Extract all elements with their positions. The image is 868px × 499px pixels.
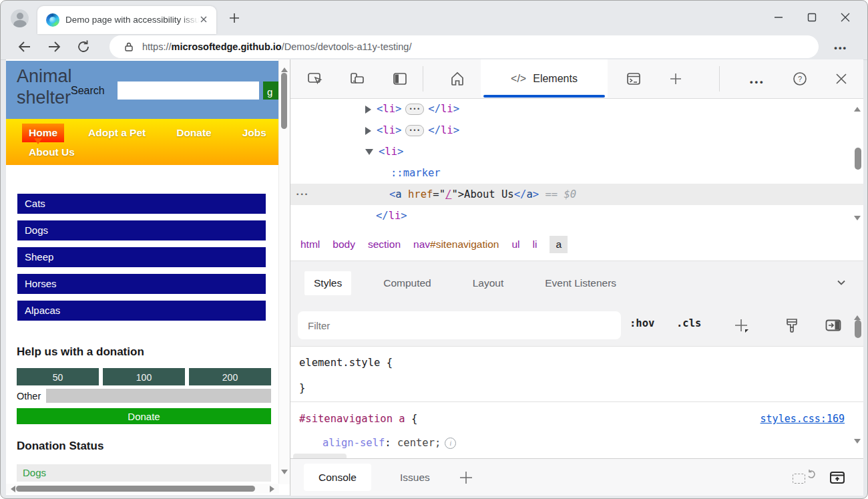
amount-200-button[interactable]: 200 <box>189 368 271 385</box>
styles-filter-input[interactable] <box>298 311 621 339</box>
page-vertical-scrollbar[interactable] <box>278 59 290 484</box>
toggle-class-button[interactable]: .cls <box>676 317 701 329</box>
list-item-horses[interactable]: Horses <box>17 274 266 294</box>
nav-item-about[interactable]: About Us <box>22 143 81 161</box>
donation-status-item[interactable]: Dogs <box>17 464 271 482</box>
navigation-bar: https://microsoftedge.github.io/Demos/de… <box>1 34 867 60</box>
profile-avatar[interactable] <box>11 9 29 27</box>
new-style-rule-icon[interactable] <box>732 317 750 334</box>
list-item-sheep[interactable]: Sheep <box>17 247 266 267</box>
brush-icon[interactable] <box>783 317 801 334</box>
maximize-button[interactable] <box>803 9 821 26</box>
tab-close-icon[interactable] <box>198 14 210 26</box>
node-more-actions-icon[interactable]: ••• <box>296 184 308 205</box>
donate-button[interactable]: Donate <box>17 408 271 424</box>
crumb-li[interactable]: li <box>533 238 537 251</box>
amount-50-button[interactable]: 50 <box>17 368 99 385</box>
device-emulation-icon[interactable] <box>349 71 365 87</box>
inspect-element-icon[interactable] <box>307 71 323 87</box>
align-self-declaration[interactable]: align-self: center;i <box>322 431 456 455</box>
expand-arrow-icon[interactable] <box>365 127 371 135</box>
nav-item-adopt[interactable]: Adopt a Pet <box>81 124 152 142</box>
list-item-alpacas[interactable]: Alpacas <box>17 301 266 321</box>
add-drawer-tab-icon[interactable] <box>457 469 475 486</box>
crumb-nav[interactable]: nav#sitenavigation <box>413 238 499 251</box>
styles-filter-bar: :hov .cls <box>290 305 863 347</box>
dom-node-li-3-close[interactable]: </li> <box>290 205 863 226</box>
dom-node-li-1[interactable]: <li>•••</li> <box>290 98 863 120</box>
other-amount-input[interactable] <box>46 389 271 403</box>
nav-item-home[interactable]: Home <box>22 124 64 142</box>
tab-computed[interactable]: Computed <box>374 271 441 295</box>
stylesheet-source-link[interactable]: styles.css:169 <box>761 407 845 431</box>
help-icon[interactable]: ? <box>792 71 808 87</box>
vertical-scroll-thumb[interactable] <box>281 73 287 129</box>
dom-scroll-down-icon[interactable] <box>854 216 861 220</box>
dom-scroll-up-icon[interactable] <box>854 104 861 112</box>
back-icon[interactable] <box>17 39 33 55</box>
url-text[interactable]: https://microsoftedge.github.io/Demos/de… <box>142 41 411 52</box>
styles-scroll-up-icon[interactable] <box>854 312 861 320</box>
close-devtools-icon[interactable] <box>833 71 849 87</box>
browser-more-icon[interactable]: ••• <box>834 43 847 53</box>
url-path: /Demos/devtools-a11y-testing/ <box>282 41 412 52</box>
dom-scroll-thumb[interactable] <box>855 148 861 170</box>
page-horizontal-scrollbar[interactable] <box>6 484 279 494</box>
address-bar[interactable]: https://microsoftedge.github.io/Demos/de… <box>110 35 819 58</box>
amount-100-button[interactable]: 100 <box>103 368 185 385</box>
tab-styles[interactable]: Styles <box>304 271 351 295</box>
dom-node-li-2[interactable]: <li>•••</li> <box>290 120 863 141</box>
toggle-rendering-icon[interactable] <box>825 317 842 334</box>
crumb-html[interactable]: html <box>300 238 320 251</box>
element-style-close[interactable]: } <box>299 376 305 400</box>
crumb-section[interactable]: section <box>368 238 401 251</box>
tab-layout[interactable]: Layout <box>463 271 513 295</box>
lock-icon[interactable] <box>124 41 134 52</box>
search-input[interactable] <box>118 81 259 100</box>
list-item-cats[interactable]: Cats <box>17 194 266 214</box>
sitenavigation-rule-selector[interactable]: #sitenavigation a { <box>299 407 417 431</box>
search-label: Search <box>71 85 105 97</box>
tab-console[interactable]: Console <box>304 464 371 491</box>
minimize-button[interactable] <box>770 9 787 26</box>
scroll-up-icon[interactable] <box>281 64 288 72</box>
collapsed-content-icon[interactable]: ••• <box>405 125 424 136</box>
scroll-left-icon[interactable] <box>7 486 15 492</box>
dom-node-anchor-selected[interactable]: •••<a href="/">About Us</a> == $0 <box>290 184 863 205</box>
dom-node-marker[interactable]: ::marker <box>290 162 863 184</box>
add-panel-icon[interactable] <box>668 71 684 87</box>
chevron-down-icon[interactable] <box>836 277 847 288</box>
devtools-more-icon[interactable]: ••• <box>750 75 766 92</box>
tab-elements[interactable]: </> Elements <box>481 59 608 98</box>
dom-node-li-3-open[interactable]: <li> <box>290 141 863 162</box>
info-icon: i <box>445 438 456 449</box>
nav-item-jobs[interactable]: Jobs <box>236 124 273 142</box>
collapse-arrow-icon[interactable] <box>365 149 373 155</box>
expand-arrow-icon[interactable] <box>365 106 371 114</box>
nav-item-donate[interactable]: Donate <box>170 124 218 142</box>
element-style-rule[interactable]: element.style { <box>299 351 393 375</box>
horizontal-scroll-thumb[interactable] <box>16 486 255 492</box>
dock-side-icon[interactable] <box>392 71 408 87</box>
home-icon[interactable] <box>449 71 465 87</box>
crumb-body[interactable]: body <box>333 238 355 251</box>
forward-icon[interactable] <box>46 39 62 55</box>
refresh-icon[interactable] <box>75 39 91 55</box>
styles-scroll-down-icon[interactable] <box>854 439 861 444</box>
close-window-button[interactable] <box>837 9 854 26</box>
crumb-ul[interactable]: ul <box>511 238 519 251</box>
crumb-a-selected[interactable]: a <box>550 236 568 253</box>
styles-scroll-thumb[interactable] <box>855 320 861 338</box>
browser-tab[interactable]: Demo page with accessibility issu <box>37 6 216 34</box>
list-item-dogs[interactable]: Dogs <box>17 220 266 240</box>
expand-quick-view-icon[interactable] <box>829 469 846 486</box>
tab-issues[interactable]: Issues <box>385 464 445 491</box>
scroll-right-icon[interactable] <box>270 486 278 492</box>
scroll-down-icon[interactable] <box>281 470 288 478</box>
tab-event-listeners[interactable]: Event Listeners <box>535 271 626 295</box>
console-panel-icon[interactable] <box>626 71 642 87</box>
new-tab-button[interactable] <box>228 11 241 25</box>
collapsed-content-icon[interactable]: ••• <box>405 104 424 115</box>
dashed-refresh-icon[interactable] <box>793 474 805 484</box>
toggle-hover-state-button[interactable]: :hov <box>630 317 654 329</box>
